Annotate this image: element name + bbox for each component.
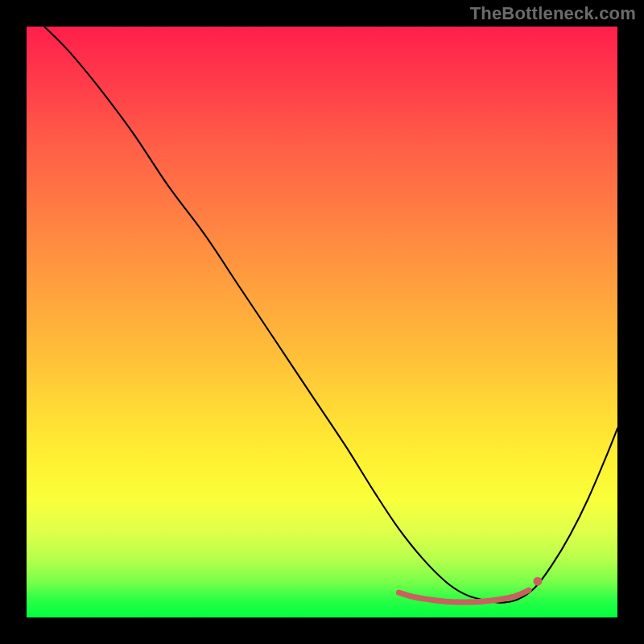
curve-line xyxy=(44,27,617,603)
highlight-dot xyxy=(431,597,437,603)
highlight-dot xyxy=(491,597,497,603)
highlight-dot xyxy=(479,599,485,605)
highlight-dot xyxy=(408,593,414,599)
watermark-text: TheBottleneck.com xyxy=(470,3,636,24)
highlight-dot xyxy=(514,593,520,599)
highlight-dot xyxy=(444,599,449,605)
chart-svg xyxy=(27,27,617,617)
highlight-dot xyxy=(526,588,532,593)
plot-area xyxy=(27,27,617,617)
highlight-dot xyxy=(396,590,402,596)
highlight-end-dot xyxy=(533,577,542,586)
highlight-dot xyxy=(502,596,508,601)
highlight-dot xyxy=(456,600,461,605)
highlight-line xyxy=(398,590,529,602)
highlight-dot xyxy=(467,600,473,605)
chart-frame: TheBottleneck.com xyxy=(0,0,644,644)
highlight-dot xyxy=(420,596,426,601)
